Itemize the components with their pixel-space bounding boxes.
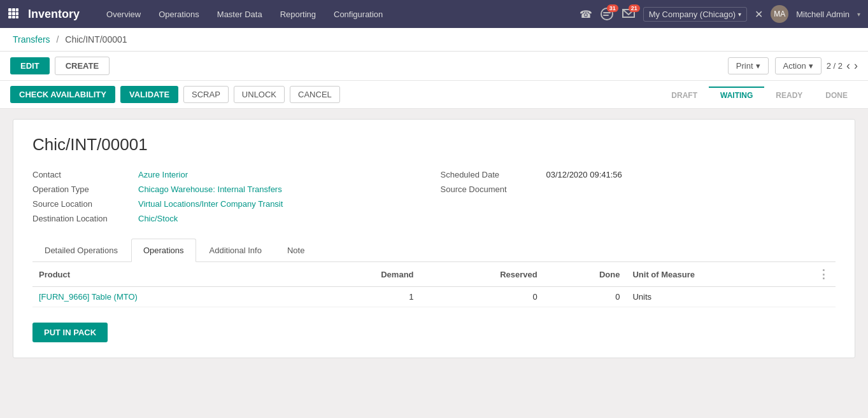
operations-table: Product Demand Reserved Done Unit of Mea… bbox=[32, 262, 836, 307]
scheduled-date-label: Scheduled Date bbox=[441, 170, 543, 179]
breadcrumb: Transfers / Chic/INT/00001 bbox=[0, 28, 868, 52]
nav-operations[interactable]: Operations bbox=[151, 6, 207, 23]
toolbar: EDIT CREATE Print ▾ Action ▾ 2 / 2 ‹ › bbox=[0, 52, 868, 81]
nav-count: 2 / 2 bbox=[827, 61, 843, 71]
record-title: Chic/INT/00001 bbox=[32, 135, 836, 155]
breadcrumb-separator: / bbox=[57, 34, 59, 45]
svg-rect-2 bbox=[16, 8, 18, 11]
toolbar-nav: 2 / 2 ‹ › bbox=[827, 59, 858, 73]
svg-rect-6 bbox=[8, 16, 11, 18]
svg-rect-7 bbox=[12, 16, 15, 18]
message-badge-button[interactable]: 21 bbox=[622, 8, 636, 20]
tab-note[interactable]: Note bbox=[275, 239, 317, 261]
topnav-right: ☎ 31 21 My Company (Chicago) ▾ ✕ MA Mitc… bbox=[580, 5, 860, 23]
operation-type-label: Operation Type bbox=[32, 185, 134, 194]
contact-field: Contact Azure Interior bbox=[32, 170, 428, 179]
svg-rect-5 bbox=[16, 12, 18, 15]
col-reserved: Reserved bbox=[420, 262, 544, 287]
action-bar: CHECK AVAILABILITY VALIDATE SCRAP UNLOCK… bbox=[0, 81, 660, 108]
user-name[interactable]: Mitchell Admin bbox=[796, 10, 850, 19]
nav-configuration[interactable]: Configuration bbox=[326, 6, 390, 23]
app-logo: Inventory bbox=[28, 8, 80, 21]
user-caret-icon: ▾ bbox=[857, 11, 860, 18]
contact-label: Contact bbox=[32, 170, 134, 179]
record-fields: Contact Azure Interior Operation Type Ch… bbox=[32, 170, 836, 223]
nav-prev-button[interactable]: ‹ bbox=[846, 59, 850, 73]
message-badge-count: 21 bbox=[629, 4, 640, 12]
svg-rect-1 bbox=[12, 8, 15, 11]
status-draft: DRAFT bbox=[660, 87, 709, 103]
col-product: Product bbox=[32, 262, 308, 287]
svg-rect-0 bbox=[8, 8, 11, 11]
nav-overview[interactable]: Overview bbox=[99, 6, 148, 23]
company-selector[interactable]: My Company (Chicago) ▾ bbox=[643, 7, 748, 22]
col-options: ⋮ bbox=[811, 262, 836, 287]
table-options-icon[interactable]: ⋮ bbox=[818, 268, 829, 281]
company-caret-icon: ▾ bbox=[738, 11, 741, 18]
scheduled-date-value: 03/12/2020 09:41:56 bbox=[546, 170, 622, 179]
toolbar-actions: Print ▾ Action ▾ bbox=[728, 57, 822, 74]
put-in-pack-button[interactable]: PUT IN PACK bbox=[32, 323, 108, 342]
nav-master-data[interactable]: Master Data bbox=[210, 6, 270, 23]
phone-icon[interactable]: ☎ bbox=[580, 8, 592, 20]
done-cell: 0 bbox=[544, 287, 627, 307]
print-button[interactable]: Print ▾ bbox=[728, 57, 769, 74]
status-ready: READY bbox=[764, 87, 814, 103]
contact-value[interactable]: Azure Interior bbox=[138, 170, 188, 179]
topnav-menu: Overview Operations Master Data Reportin… bbox=[99, 6, 580, 23]
breadcrumb-current: Chic/INT/00001 bbox=[65, 34, 127, 45]
check-availability-button[interactable]: CHECK AVAILABILITY bbox=[10, 86, 115, 103]
source-document-label: Source Document bbox=[441, 185, 543, 194]
grid-icon[interactable] bbox=[8, 8, 19, 21]
status-bar: DRAFT WAITING READY DONE bbox=[660, 87, 859, 103]
svg-rect-4 bbox=[12, 12, 15, 15]
chat-badge-count: 31 bbox=[607, 4, 618, 12]
scheduled-date-field: Scheduled Date 03/12/2020 09:41:56 bbox=[441, 170, 836, 179]
tab-operations[interactable]: Operations bbox=[131, 239, 196, 262]
validate-button[interactable]: VALIDATE bbox=[120, 86, 178, 103]
destination-location-label: Destination Location bbox=[32, 214, 134, 223]
nav-reporting[interactable]: Reporting bbox=[273, 6, 324, 23]
destination-location-value[interactable]: Chic/Stock bbox=[138, 214, 178, 223]
breadcrumb-parent[interactable]: Transfers bbox=[13, 34, 50, 45]
unlock-button[interactable]: UNLOCK bbox=[234, 86, 285, 103]
operation-type-value[interactable]: Chicago Warehouse: Internal Transfers bbox=[138, 185, 282, 194]
action-caret-icon: ▾ bbox=[809, 61, 813, 71]
main-content: Chic/INT/00001 Contact Azure Interior Op… bbox=[0, 109, 868, 368]
scrap-button[interactable]: SCRAP bbox=[183, 86, 229, 103]
product-link[interactable]: [FURN_9666] Table (MTO) bbox=[39, 292, 138, 302]
source-location-label: Source Location bbox=[32, 199, 134, 209]
company-name: My Company (Chicago) bbox=[649, 10, 736, 19]
create-button[interactable]: CREATE bbox=[55, 57, 110, 75]
svg-rect-8 bbox=[16, 16, 18, 18]
col-demand: Demand bbox=[308, 262, 420, 287]
product-cell: [FURN_9666] Table (MTO) bbox=[32, 287, 308, 307]
uom-cell: Units bbox=[626, 287, 811, 307]
table-row: [FURN_9666] Table (MTO) 1 0 0 Units bbox=[32, 287, 836, 307]
status-done: DONE bbox=[814, 87, 859, 103]
action-label: Action bbox=[783, 61, 806, 71]
close-icon[interactable]: ✕ bbox=[755, 8, 763, 20]
tab-additional-info[interactable]: Additional Info bbox=[197, 239, 274, 261]
nav-next-button[interactable]: › bbox=[854, 59, 858, 73]
action-button[interactable]: Action ▾ bbox=[775, 57, 822, 74]
chat-badge-button[interactable]: 31 bbox=[600, 8, 614, 20]
topnav: Inventory Overview Operations Master Dat… bbox=[0, 0, 868, 28]
source-document-field: Source Document bbox=[441, 185, 836, 194]
source-location-value[interactable]: Virtual Locations/Inter Company Transit bbox=[138, 199, 283, 209]
avatar[interactable]: MA bbox=[771, 5, 788, 23]
operation-type-field: Operation Type Chicago Warehouse: Intern… bbox=[32, 185, 428, 194]
tab-detailed-operations[interactable]: Detailed Operations bbox=[32, 239, 130, 261]
reserved-cell: 0 bbox=[420, 287, 544, 307]
status-waiting: WAITING bbox=[709, 87, 764, 103]
source-location-field: Source Location Virtual Locations/Inter … bbox=[32, 199, 428, 209]
svg-rect-3 bbox=[8, 12, 11, 15]
print-label: Print bbox=[736, 61, 753, 71]
tabs: Detailed Operations Operations Additiona… bbox=[32, 239, 836, 262]
col-done: Done bbox=[544, 262, 627, 287]
col-uom: Unit of Measure bbox=[626, 262, 811, 287]
status-scrollbar bbox=[859, 83, 868, 106]
destination-location-field: Destination Location Chic/Stock bbox=[32, 214, 428, 223]
cancel-button[interactable]: CANCEL bbox=[290, 86, 340, 103]
edit-button[interactable]: EDIT bbox=[10, 57, 50, 74]
